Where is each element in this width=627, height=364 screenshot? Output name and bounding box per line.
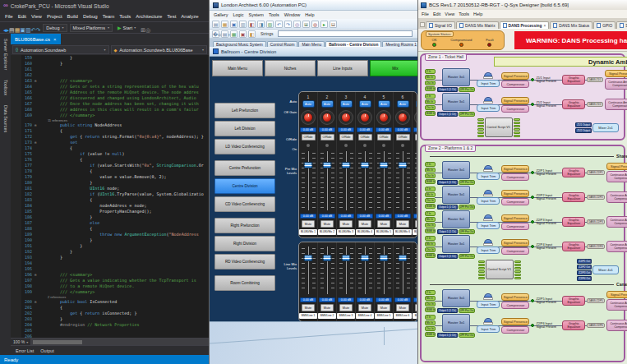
input-trim-block[interactable]: Input Trim: [477, 104, 500, 112]
ambient-compensator-block[interactable]: Continuous Ambient Compensator: [606, 191, 627, 203]
breakpoint-margin[interactable]: [11, 163, 21, 168]
breakpoint-margin[interactable]: [11, 249, 21, 255]
signal-presence-block[interactable]: Signal Presence: [606, 163, 627, 170]
breakpoint-margin[interactable]: [11, 237, 21, 243]
breakpoint-margin[interactable]: [11, 311, 21, 316]
new-file-icon[interactable]: ▤: [9, 27, 15, 33]
fader-handle[interactable]: [304, 255, 313, 261]
tab-main-menu[interactable]: Main Menu: [298, 41, 325, 47]
sidebar-item-room-combining[interactable]: Room Combining: [214, 275, 275, 291]
graphic-eq-block[interactable]: Graphic Equaliser: [562, 168, 585, 177]
breakpoint-margin[interactable]: [11, 95, 21, 101]
router-block[interactable]: Router 3x1: [442, 186, 470, 204]
graphic-eq-block[interactable]: Graphic Equaliser: [562, 217, 585, 227]
page-button-line-inputs[interactable]: Line Inputs: [317, 60, 368, 76]
router-block[interactable]: Router 3x1: [442, 161, 470, 179]
level-fader[interactable]: [302, 150, 316, 212]
signal-presence-block[interactable]: Signal Presence: [501, 214, 529, 222]
breakpoint-margin[interactable]: [11, 220, 21, 226]
menu-item-tools[interactable]: Tools: [269, 12, 279, 17]
menu-item-tools[interactable]: Tools: [119, 14, 131, 19]
menu-item-file[interactable]: File: [422, 12, 429, 16]
menu-item-view[interactable]: View: [31, 14, 42, 19]
level-fader[interactable]: [339, 150, 353, 212]
save-icon[interactable]: ▣: [230, 21, 237, 28]
undo-icon[interactable]: ↶: [275, 21, 283, 28]
tab-system[interactable]: System: [616, 21, 627, 29]
override-button[interactable]: O/Ride: [302, 134, 316, 141]
ambient-compensator-block[interactable]: Continuous Ambient Compensator: [605, 78, 627, 90]
copy-icon[interactable]: ◨: [257, 21, 265, 28]
sidebar-item-rd-video-conferencing[interactable]: RD Video Conferencing: [214, 254, 275, 270]
fader-handle[interactable]: [361, 162, 370, 168]
fader-handle[interactable]: [323, 162, 332, 168]
compressor-block[interactable]: Compressor: [501, 198, 529, 205]
sidebar-item-centre-division[interactable]: Centre Division: [214, 178, 275, 194]
level-fader[interactable]: [358, 245, 372, 296]
side-tab-toolbox[interactable]: Toolbox: [3, 80, 8, 95]
menu-item-logic[interactable]: Logic: [233, 12, 243, 17]
compressor-block[interactable]: Compressor: [501, 302, 529, 309]
find-icon[interactable]: ◎: [145, 27, 150, 33]
breakpoint-margin[interactable]: [11, 90, 21, 95]
router-block[interactable]: Router 3x1: [442, 68, 470, 86]
menu-item-tools[interactable]: Tools: [459, 12, 469, 16]
signal-presence-block[interactable]: Signal Presence: [501, 318, 529, 325]
breakpoint-margin[interactable]: [11, 67, 21, 72]
breakpoint-margin[interactable]: [11, 180, 21, 186]
gain-knob[interactable]: [337, 109, 356, 126]
fader-handle[interactable]: [417, 162, 418, 168]
gain-knob[interactable]: [413, 109, 418, 126]
tab-control-room[interactable]: Control Room: [267, 41, 298, 47]
breakpoint-margin[interactable]: [11, 128, 21, 134]
new-icon[interactable]: ▤: [212, 21, 219, 28]
graphic-eq-block[interactable]: Graphic Equaliser: [562, 242, 585, 251]
horizontal-scrollbar[interactable]: [31, 339, 209, 345]
ambient-compensator-block[interactable]: Continuous Ambient Compensator: [606, 241, 627, 252]
breakpoint-margin[interactable]: [11, 299, 21, 305]
input-trim-block[interactable]: Input Trim: [477, 222, 500, 229]
align-left-icon[interactable]: �come: [212, 30, 219, 38]
sidebar-item-ld-video-conferencing[interactable]: LD Video Conferencing: [214, 139, 275, 154]
fader-handle[interactable]: [323, 255, 332, 261]
mute-button[interactable]: Mute: [358, 304, 371, 311]
flag-icon[interactable]: ◧: [248, 30, 256, 38]
side-tab-data-sources[interactable]: Data Sources: [3, 105, 8, 132]
router-block[interactable]: Router 3x1: [442, 210, 470, 228]
gain-knob[interactable]: [394, 109, 413, 126]
tab-meeting-rooms-1-2[interactable]: Meeting Rooms 1 & 2: [382, 41, 417, 47]
scrollbar-thumb[interactable]: [33, 340, 82, 344]
sidebar-item-left-prefunction[interactable]: Left Prefunction: [214, 103, 275, 118]
auto-button[interactable]: Auto: [302, 100, 315, 108]
la-title-bar[interactable]: London Architect 6.00 (Automation PC): [210, 0, 417, 11]
fold-marker-icon[interactable]: ⊟: [35, 272, 40, 278]
compressor-block[interactable]: Compressor: [501, 173, 529, 181]
level-fader[interactable]: [377, 245, 391, 296]
breakpoint-margin[interactable]: [11, 174, 21, 180]
menu-item-project[interactable]: Project: [47, 14, 62, 19]
breakpoint-margin[interactable]: [11, 266, 21, 272]
menu-item-debug[interactable]: Debug: [83, 14, 98, 19]
auto-button[interactable]: Auto: [340, 100, 353, 108]
control-script-block[interactable]: Control Script V1: [486, 260, 514, 279]
sidebar-item-right-prefunction[interactable]: Right Prefunction: [214, 218, 275, 233]
input-trim-block[interactable]: Input Trim: [477, 325, 500, 333]
ambient-compensator-block[interactable]: Continuous Ambient Compensator: [606, 320, 627, 331]
breakpoint-margin[interactable]: [11, 283, 21, 289]
zoom-icon[interactable]: ◎: [293, 21, 301, 28]
breakpoint-margin[interactable]: [11, 255, 21, 260]
mute-button[interactable]: Mute: [377, 220, 390, 228]
graphic-eq-block[interactable]: Graphic Equaliser: [562, 99, 585, 109]
redo-icon[interactable]: ↷: [284, 21, 292, 28]
breakpoint-margin[interactable]: [11, 191, 21, 197]
breakpoint-margin[interactable]: [11, 260, 21, 266]
ambient-compensator-block[interactable]: Continuous Ambient Compensator: [606, 216, 627, 228]
tab-blu806base-cs[interactable]: BLU806Base.cs ×: [11, 34, 61, 44]
tab-gpio[interactable]: GPIO: [593, 21, 615, 29]
schematic-canvas[interactable]: Zone 1 - Ticket Hall Dynamic Ambient Noi…: [418, 52, 627, 364]
tab-dans-mix-status[interactable]: DANS Mix Status: [550, 21, 592, 29]
mute-button[interactable]: Mute: [415, 220, 417, 228]
vs-title-bar[interactable]: ∞ CrokePark_PCU - Microsoft Visual Studi…: [0, 0, 209, 12]
signal-presence-block[interactable]: Signal Presence: [501, 72, 529, 80]
breakpoint-margin[interactable]: [11, 203, 21, 209]
